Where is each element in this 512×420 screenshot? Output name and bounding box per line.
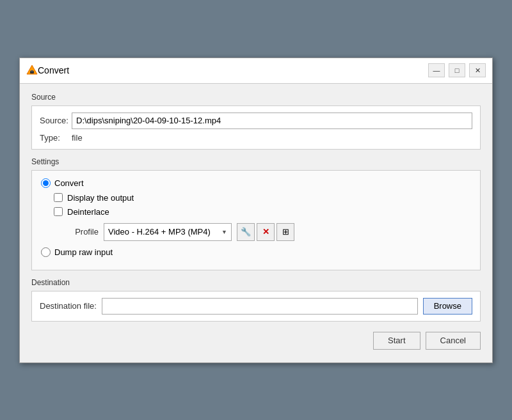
settings-section-label: Settings — [31, 157, 481, 166]
display-output-row: Display the output — [54, 193, 471, 203]
display-output-checkbox[interactable] — [54, 193, 63, 202]
convert-window: Convert — □ ✕ Source Source: Type: file — [19, 58, 493, 363]
settings-section: Settings Convert Display the output Dein… — [31, 157, 481, 270]
type-value: file — [72, 133, 83, 143]
profile-new-button[interactable]: ⊞ — [276, 223, 294, 241]
profile-select-wrapper: Video - H.264 + MP3 (MP4) Video - H.265 … — [104, 223, 232, 241]
type-label: Type: — [40, 133, 72, 143]
start-button[interactable]: Start — [373, 332, 420, 350]
destination-input[interactable] — [102, 298, 418, 315]
close-button[interactable]: ✕ — [469, 63, 486, 77]
display-output-label[interactable]: Display the output — [67, 193, 134, 203]
deinterlace-label[interactable]: Deinterlace — [67, 207, 109, 217]
title-bar-controls: — □ ✕ — [428, 63, 486, 77]
footer-buttons: Start Cancel — [31, 329, 481, 354]
profile-row: Profile Video - H.264 + MP3 (MP4) Video … — [54, 223, 471, 241]
dump-radio[interactable] — [41, 247, 51, 257]
title-bar: Convert — □ ✕ — [20, 58, 492, 84]
source-box: Source: Type: file — [31, 105, 481, 150]
destination-section-label: Destination — [31, 278, 481, 287]
settings-box: Convert Display the output Deinterlace P… — [31, 170, 481, 270]
profile-label: Profile — [54, 227, 99, 237]
profile-delete-button[interactable]: ✕ — [257, 223, 275, 241]
dump-radio-label[interactable]: Dump raw input — [54, 247, 113, 257]
destination-box: Destination file: Browse — [31, 291, 481, 322]
dump-radio-row: Dump raw input — [41, 247, 471, 257]
source-label: Source: — [40, 116, 72, 125]
window-title: Convert — [38, 65, 428, 75]
grid-icon: ⊞ — [282, 227, 289, 237]
convert-radio-label[interactable]: Convert — [54, 178, 84, 188]
delete-icon: ✕ — [262, 227, 269, 237]
maximize-button[interactable]: □ — [449, 63, 465, 77]
profile-buttons: 🔧 ✕ ⊞ — [237, 223, 294, 241]
source-input[interactable] — [72, 113, 472, 129]
browse-button[interactable]: Browse — [423, 298, 472, 315]
minimize-button[interactable]: — — [428, 63, 445, 77]
destination-row: Destination file: Browse — [40, 298, 472, 315]
source-section: Source Source: Type: file — [31, 93, 481, 150]
convert-radio[interactable] — [41, 178, 51, 188]
window-content: Source Source: Type: file Settings Conve… — [20, 84, 492, 362]
convert-radio-row: Convert — [41, 178, 471, 188]
profile-select[interactable]: Video - H.264 + MP3 (MP4) Video - H.265 … — [104, 223, 232, 241]
deinterlace-row: Deinterlace — [54, 207, 471, 217]
source-row: Source: — [40, 113, 472, 129]
svg-rect-2 — [31, 70, 33, 72]
cancel-button[interactable]: Cancel — [426, 332, 481, 350]
dest-file-label: Destination file: — [40, 301, 97, 311]
type-row: Type: file — [40, 133, 472, 143]
destination-section: Destination Destination file: Browse — [31, 278, 481, 322]
wrench-icon: 🔧 — [241, 227, 251, 237]
vlc-icon — [26, 65, 38, 76]
source-section-label: Source — [31, 93, 481, 102]
deinterlace-checkbox[interactable] — [54, 207, 63, 216]
convert-options: Display the output Deinterlace Profile V… — [54, 193, 471, 241]
profile-edit-button[interactable]: 🔧 — [237, 223, 255, 241]
